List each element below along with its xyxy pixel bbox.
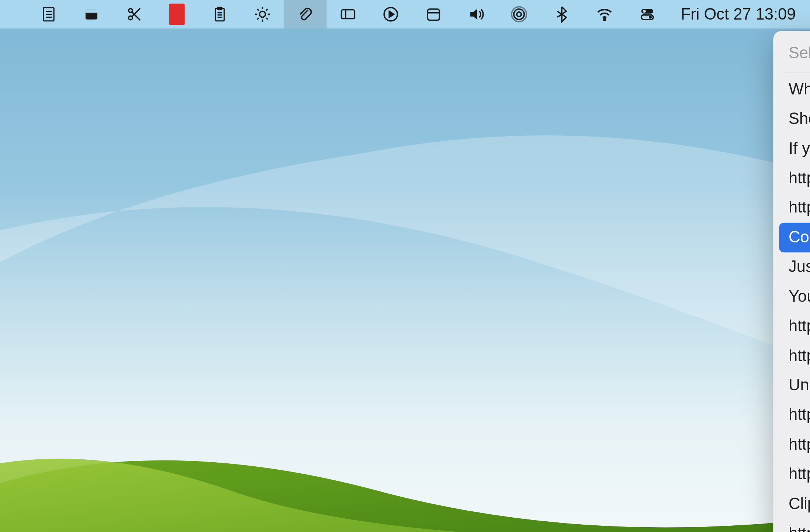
tray-icon[interactable] xyxy=(70,0,113,28)
clip-item-4[interactable]: https://apps.apple.com/in/app/copyclip-c… xyxy=(779,193,810,223)
sidebar-icon[interactable] xyxy=(327,0,370,28)
menubar: Fri Oct 27 13:09 xyxy=(0,0,810,28)
svg-point-8 xyxy=(129,9,132,13)
clipboard-icon[interactable] xyxy=(198,0,241,28)
svg-rect-29 xyxy=(428,9,440,20)
clip-item-11[interactable]: https://clipy-app.com/ xyxy=(779,401,810,430)
notes-icon[interactable] xyxy=(28,0,70,28)
clip-item-15[interactable]: https://setapp.com/apps/paste xyxy=(779,519,810,532)
play-icon[interactable] xyxy=(370,0,412,28)
clip-item-9[interactable]: https://apps.apple.com/in/app/unclutter/… xyxy=(779,341,810,371)
control-center-icon[interactable] xyxy=(626,0,669,28)
svg-point-38 xyxy=(649,16,652,19)
svg-line-23 xyxy=(257,18,259,20)
svg-marker-28 xyxy=(390,11,394,17)
clip-item-0[interactable]: When you copy or cut something, it insta… xyxy=(779,75,810,104)
clip-item-3[interactable]: https://tyke.app/⌘ 3 xyxy=(779,164,810,193)
clip-item-14[interactable]: Clipy xyxy=(779,489,810,519)
dropdown-header: Select the clip you want to add to your … xyxy=(779,37,810,70)
clip-item-2[interactable]: If you ever want to know what's in your … xyxy=(779,134,810,163)
clip-item-7[interactable]: You can set Flycut to remember and displ… xyxy=(779,282,810,312)
scissors-icon[interactable] xyxy=(113,0,156,28)
volume-icon[interactable] xyxy=(455,0,498,28)
svg-point-31 xyxy=(517,12,522,17)
svg-point-7 xyxy=(129,16,132,20)
bluetooth-icon[interactable] xyxy=(541,0,584,28)
svg-rect-6 xyxy=(86,10,97,13)
clip-item-1[interactable]: Show Clipboard on Mac⌘ 1 xyxy=(779,104,810,134)
svg-point-37 xyxy=(643,10,646,13)
desktop-wallpaper xyxy=(0,0,810,532)
paperclip-icon[interactable] xyxy=(284,0,327,28)
svg-line-21 xyxy=(257,9,259,11)
menubar-datetime[interactable]: Fri Oct 27 13:09 xyxy=(669,5,796,24)
clip-item-12[interactable]: https://snark.github.io/jumpcut/ xyxy=(779,430,810,460)
wifi-icon[interactable] xyxy=(584,0,626,28)
clip-item-13[interactable]: https://apps.apple.com/us/app/flycut-cli… xyxy=(779,460,810,489)
clip-item-8[interactable]: https://setapp.com/apps/unclutter⌘ 8 xyxy=(779,312,810,341)
red-app-icon[interactable] xyxy=(156,0,198,28)
clip-item-10[interactable]: Unclutter xyxy=(779,371,810,400)
svg-line-22 xyxy=(266,18,268,20)
svg-point-16 xyxy=(260,11,266,17)
svg-line-24 xyxy=(266,9,268,11)
copyclip-dropdown: Select the clip you want to add to your … xyxy=(773,31,810,532)
svg-point-32 xyxy=(514,9,525,20)
calendar-icon[interactable] xyxy=(412,0,455,28)
brightness-icon[interactable] xyxy=(241,0,284,28)
clip-item-6[interactable]: Just like the previously-mentioned apps,… xyxy=(779,252,810,282)
clip-item-5[interactable]: CopyClip⌘ 5 xyxy=(779,223,810,252)
separator xyxy=(785,72,810,73)
airdrop-icon[interactable] xyxy=(498,0,541,28)
svg-point-34 xyxy=(604,18,606,20)
svg-rect-25 xyxy=(342,10,355,19)
